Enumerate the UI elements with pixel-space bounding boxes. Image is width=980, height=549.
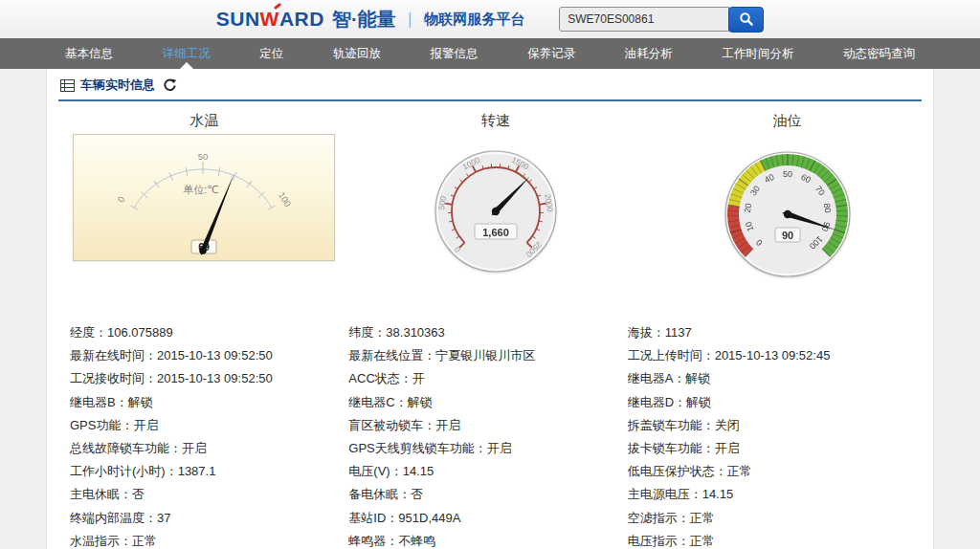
vehicle-info-grid: 经度：106.075889 最新在线时间：2015-10-13 09:52:50… — [47, 321, 933, 549]
info-field: GPS天线剪线锁车功能：开启 — [348, 437, 627, 460]
gauge-rpm: 050010001500200025001,660 — [424, 140, 568, 283]
refresh-button[interactable] — [163, 78, 177, 93]
info-field: 工况接收时间：2015-10-13 09:52:50 — [70, 367, 348, 390]
search-group — [559, 7, 764, 33]
refresh-icon — [163, 78, 177, 93]
info-column-3: 海拔：1137 工况上传时间：2015-10-13 09:52:45 继电器A：… — [628, 321, 906, 549]
info-field: 拆盖锁车功能：关闭 — [628, 414, 906, 437]
nav-item-dynamic-password[interactable]: 动态密码查询 — [839, 38, 919, 69]
info-field: 备电休眠：否 — [348, 483, 627, 506]
search-icon — [739, 11, 754, 27]
info-field: 终端内部温度：37 — [70, 507, 348, 530]
content-panel: 车辆实时信息 水温 050100单位:℃69 转速 05001000150020… — [46, 69, 934, 549]
search-button[interactable] — [728, 7, 764, 33]
info-field: 最新在线位置：宁夏银川银川市区 — [348, 344, 627, 367]
info-field: 主电源电压：14.15 — [628, 483, 906, 506]
svg-text:100: 100 — [277, 190, 294, 209]
gauge-fuel-level: 010203040506070809010090 — [713, 140, 862, 289]
section-title: 车辆实时信息 — [80, 77, 155, 94]
info-field: 蜂鸣器：不蜂鸣 — [348, 530, 627, 549]
platform-name: 物联网服务平台 — [424, 11, 524, 29]
gauge-title-water-temp: 水温 — [189, 107, 218, 134]
info-field: 纬度：38.310363 — [348, 321, 627, 344]
gauge-cell-fuel-level: 油位 010203040506070809010090 — [641, 107, 933, 289]
svg-text:50: 50 — [198, 151, 209, 162]
info-field: 低电压保护状态：正常 — [628, 460, 906, 483]
info-field: 最新在线时间：2015-10-13 09:52:50 — [70, 344, 348, 367]
info-field: 电压指示：正常 — [628, 530, 906, 549]
nav-item-detailed-status[interactable]: 详细工况 — [159, 38, 214, 69]
svg-text:0: 0 — [116, 194, 127, 204]
gauge-title-fuel-level: 油位 — [773, 107, 802, 134]
gauge-water-temp: 050100单位:℃69 — [73, 134, 335, 261]
info-field: 经度：106.075889 — [70, 321, 348, 344]
header: SUNWARD 智·能量 ｜ 物联网服务平台 — [0, 0, 980, 38]
info-field: 空滤指示：正常 — [628, 507, 906, 530]
nav-bar: 基本信息 详细工况 定位 轨迹回放 报警信息 保养记录 油耗分析 工作时间分析 … — [0, 38, 980, 69]
gauge-cell-rpm: 转速 050010001500200025001,660 — [350, 107, 642, 289]
info-field: 主电休眠：否 — [70, 483, 348, 506]
svg-text:20: 20 — [742, 203, 752, 213]
info-column-1: 经度：106.075889 最新在线时间：2015-10-13 09:52:50… — [70, 321, 348, 549]
gauges-row: 水温 050100单位:℃69 转速 050010001500200025001… — [47, 101, 933, 289]
info-field: GPS功能：开启 — [70, 414, 348, 437]
nav-item-location[interactable]: 定位 — [256, 38, 287, 69]
info-field: 工作小时计(小时)：1387.1 — [70, 460, 348, 483]
nav-item-worktime-analysis[interactable]: 工作时间分析 — [718, 38, 797, 69]
info-field: 基站ID：951D,449A — [348, 507, 627, 530]
info-field: 继电器C：解锁 — [348, 391, 627, 414]
section-header: 车辆实时信息 — [58, 69, 922, 101]
info-field: 水温指示：正常 — [70, 530, 348, 549]
svg-text:90: 90 — [782, 230, 793, 241]
svg-text:80: 80 — [821, 203, 832, 213]
sunward-logo: SUNWARD 智·能量 ｜ 物联网服务平台 — [216, 7, 525, 33]
info-field: 盲区被动锁车：开启 — [348, 414, 627, 437]
info-field: 电压(V)：14.15 — [348, 460, 627, 483]
nav-item-track-playback[interactable]: 轨迹回放 — [329, 38, 385, 69]
svg-text:1,660: 1,660 — [482, 227, 509, 238]
info-field: 继电器A：解锁 — [628, 367, 906, 390]
logo-text-cn: 智·能量 — [332, 7, 396, 33]
info-field: 拔卡锁车功能：开启 — [628, 437, 906, 460]
gauge-title-rpm: 转速 — [481, 107, 510, 134]
info-field: 继电器B：解锁 — [70, 391, 348, 414]
grid-icon — [60, 79, 75, 92]
info-field: 海拔：1137 — [628, 321, 906, 344]
svg-text:50: 50 — [783, 169, 792, 179]
info-column-2: 纬度：38.310363 最新在线位置：宁夏银川银川市区 ACC状态：开 继电器… — [348, 321, 627, 549]
logo-divider: ｜ — [403, 10, 418, 30]
gauge-cell-water-temp: 水温 050100单位:℃69 — [58, 107, 350, 289]
info-field: ACC状态：开 — [348, 367, 627, 390]
water-temp-gauge-drawing: 050100单位:℃69 — [74, 135, 332, 258]
search-input[interactable] — [559, 7, 729, 32]
nav-item-fuel-analysis[interactable]: 油耗分析 — [621, 38, 677, 69]
nav-item-basic-info[interactable]: 基本信息 — [61, 38, 117, 69]
info-field: 继电器D：解锁 — [628, 391, 906, 414]
svg-text:单位:℃: 单位:℃ — [184, 184, 219, 195]
logo-text-en: SUNWARD — [216, 8, 324, 31]
nav-item-alarm-info[interactable]: 报警信息 — [427, 38, 482, 69]
page: SUNWARD 智·能量 ｜ 物联网服务平台 基本信息 详细工况 定位 轨迹回放… — [0, 0, 980, 549]
info-field: 工况上传时间：2015-10-13 09:52:45 — [628, 344, 906, 367]
info-field: 总线故障锁车功能：开启 — [70, 437, 348, 460]
logo-w-accent: W — [260, 8, 279, 30]
nav-item-maintenance-records[interactable]: 保养记录 — [523, 38, 579, 69]
